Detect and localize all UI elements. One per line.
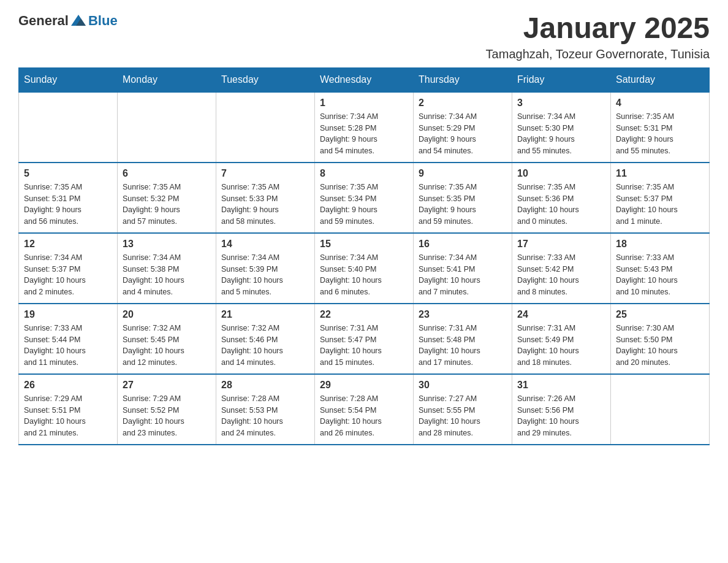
calendar-cell: 17Sunrise: 7:33 AMSunset: 5:42 PMDayligh… <box>512 233 611 304</box>
calendar-cell: 14Sunrise: 7:34 AMSunset: 5:39 PMDayligh… <box>216 233 315 304</box>
day-info: Sunrise: 7:35 AMSunset: 5:31 PMDaylight:… <box>24 182 112 228</box>
title-block: January 2025 Tamaghzah, Tozeur Governora… <box>486 12 710 61</box>
day-number: 15 <box>320 239 408 250</box>
weekday-header-row: SundayMondayTuesdayWednesdayThursdayFrid… <box>19 67 710 92</box>
calendar-cell <box>216 92 315 163</box>
day-info: Sunrise: 7:31 AMSunset: 5:49 PMDaylight:… <box>517 323 605 369</box>
day-number: 30 <box>419 380 507 391</box>
day-info: Sunrise: 7:34 AMSunset: 5:40 PMDaylight:… <box>320 252 408 298</box>
day-info: Sunrise: 7:34 AMSunset: 5:38 PMDaylight:… <box>123 252 211 298</box>
day-number: 21 <box>221 309 309 320</box>
calendar-cell: 26Sunrise: 7:29 AMSunset: 5:51 PMDayligh… <box>19 374 118 445</box>
day-number: 23 <box>419 309 507 320</box>
logo-blue-text: Blue <box>88 13 118 29</box>
location-title: Tamaghzah, Tozeur Governorate, Tunisia <box>486 47 710 61</box>
page-header: General Blue January 2025 Tamaghzah, Toz… <box>18 12 710 61</box>
calendar-cell: 4Sunrise: 7:35 AMSunset: 5:31 PMDaylight… <box>611 92 710 163</box>
calendar-cell: 11Sunrise: 7:35 AMSunset: 5:37 PMDayligh… <box>611 163 710 233</box>
day-number: 5 <box>24 168 112 179</box>
day-info: Sunrise: 7:31 AMSunset: 5:48 PMDaylight:… <box>419 323 507 369</box>
calendar-cell: 30Sunrise: 7:27 AMSunset: 5:55 PMDayligh… <box>414 374 512 445</box>
week-row-3: 12Sunrise: 7:34 AMSunset: 5:37 PMDayligh… <box>19 233 710 304</box>
logo-icon <box>70 12 87 29</box>
calendar-cell: 13Sunrise: 7:34 AMSunset: 5:38 PMDayligh… <box>118 233 216 304</box>
calendar-cell: 27Sunrise: 7:29 AMSunset: 5:52 PMDayligh… <box>118 374 216 445</box>
calendar-cell: 9Sunrise: 7:35 AMSunset: 5:35 PMDaylight… <box>414 163 512 233</box>
day-number: 14 <box>221 239 309 250</box>
day-number: 7 <box>221 168 309 179</box>
day-info: Sunrise: 7:35 AMSunset: 5:37 PMDaylight:… <box>616 182 704 228</box>
calendar-cell: 3Sunrise: 7:34 AMSunset: 5:30 PMDaylight… <box>512 92 611 163</box>
day-number: 28 <box>221 380 309 391</box>
day-info: Sunrise: 7:26 AMSunset: 5:56 PMDaylight:… <box>517 393 605 439</box>
calendar-cell: 25Sunrise: 7:30 AMSunset: 5:50 PMDayligh… <box>611 304 710 374</box>
month-title: January 2025 <box>486 12 710 45</box>
day-number: 27 <box>123 380 211 391</box>
day-number: 13 <box>123 239 211 250</box>
calendar-cell: 24Sunrise: 7:31 AMSunset: 5:49 PMDayligh… <box>512 304 611 374</box>
day-number: 11 <box>616 168 704 179</box>
day-info: Sunrise: 7:34 AMSunset: 5:29 PMDaylight:… <box>419 111 507 157</box>
day-number: 19 <box>24 309 112 320</box>
day-info: Sunrise: 7:33 AMSunset: 5:44 PMDaylight:… <box>24 323 112 369</box>
day-number: 3 <box>517 98 605 109</box>
day-info: Sunrise: 7:29 AMSunset: 5:51 PMDaylight:… <box>24 393 112 439</box>
day-number: 9 <box>419 168 507 179</box>
day-number: 31 <box>517 380 605 391</box>
calendar-cell: 23Sunrise: 7:31 AMSunset: 5:48 PMDayligh… <box>414 304 512 374</box>
weekday-header-thursday: Thursday <box>414 67 512 92</box>
day-number: 29 <box>320 380 408 391</box>
day-info: Sunrise: 7:35 AMSunset: 5:34 PMDaylight:… <box>320 182 408 228</box>
calendar-cell: 16Sunrise: 7:34 AMSunset: 5:41 PMDayligh… <box>414 233 512 304</box>
day-number: 2 <box>419 98 507 109</box>
day-number: 8 <box>320 168 408 179</box>
week-row-5: 26Sunrise: 7:29 AMSunset: 5:51 PMDayligh… <box>19 374 710 445</box>
day-number: 4 <box>616 98 704 109</box>
calendar-cell: 2Sunrise: 7:34 AMSunset: 5:29 PMDaylight… <box>414 92 512 163</box>
day-number: 17 <box>517 239 605 250</box>
calendar-cell: 19Sunrise: 7:33 AMSunset: 5:44 PMDayligh… <box>19 304 118 374</box>
logo: General Blue <box>18 12 118 29</box>
day-info: Sunrise: 7:33 AMSunset: 5:43 PMDaylight:… <box>616 252 704 298</box>
calendar-cell: 28Sunrise: 7:28 AMSunset: 5:53 PMDayligh… <box>216 374 315 445</box>
day-number: 26 <box>24 380 112 391</box>
week-row-1: 1Sunrise: 7:34 AMSunset: 5:28 PMDaylight… <box>19 92 710 163</box>
weekday-header-saturday: Saturday <box>611 67 710 92</box>
calendar-cell: 8Sunrise: 7:35 AMSunset: 5:34 PMDaylight… <box>315 163 414 233</box>
day-number: 25 <box>616 309 704 320</box>
day-number: 16 <box>419 239 507 250</box>
day-info: Sunrise: 7:28 AMSunset: 5:54 PMDaylight:… <box>320 393 408 439</box>
day-info: Sunrise: 7:34 AMSunset: 5:37 PMDaylight:… <box>24 252 112 298</box>
day-info: Sunrise: 7:35 AMSunset: 5:31 PMDaylight:… <box>616 111 704 157</box>
day-info: Sunrise: 7:27 AMSunset: 5:55 PMDaylight:… <box>419 393 507 439</box>
day-info: Sunrise: 7:34 AMSunset: 5:41 PMDaylight:… <box>419 252 507 298</box>
day-number: 1 <box>320 98 408 109</box>
day-info: Sunrise: 7:32 AMSunset: 5:45 PMDaylight:… <box>123 323 211 369</box>
day-info: Sunrise: 7:33 AMSunset: 5:42 PMDaylight:… <box>517 252 605 298</box>
day-info: Sunrise: 7:30 AMSunset: 5:50 PMDaylight:… <box>616 323 704 369</box>
weekday-header-tuesday: Tuesday <box>216 67 315 92</box>
day-info: Sunrise: 7:28 AMSunset: 5:53 PMDaylight:… <box>221 393 309 439</box>
weekday-header-sunday: Sunday <box>19 67 118 92</box>
day-number: 20 <box>123 309 211 320</box>
week-row-2: 5Sunrise: 7:35 AMSunset: 5:31 PMDaylight… <box>19 163 710 233</box>
day-info: Sunrise: 7:35 AMSunset: 5:35 PMDaylight:… <box>419 182 507 228</box>
day-number: 18 <box>616 239 704 250</box>
calendar-cell: 20Sunrise: 7:32 AMSunset: 5:45 PMDayligh… <box>118 304 216 374</box>
calendar-cell: 15Sunrise: 7:34 AMSunset: 5:40 PMDayligh… <box>315 233 414 304</box>
week-row-4: 19Sunrise: 7:33 AMSunset: 5:44 PMDayligh… <box>19 304 710 374</box>
weekday-header-friday: Friday <box>512 67 611 92</box>
day-number: 24 <box>517 309 605 320</box>
day-number: 22 <box>320 309 408 320</box>
day-info: Sunrise: 7:35 AMSunset: 5:36 PMDaylight:… <box>517 182 605 228</box>
calendar-cell <box>118 92 216 163</box>
day-number: 6 <box>123 168 211 179</box>
calendar-cell: 7Sunrise: 7:35 AMSunset: 5:33 PMDaylight… <box>216 163 315 233</box>
logo-general-text: General <box>18 13 69 29</box>
calendar-cell <box>19 92 118 163</box>
day-info: Sunrise: 7:29 AMSunset: 5:52 PMDaylight:… <box>123 393 211 439</box>
calendar-cell: 5Sunrise: 7:35 AMSunset: 5:31 PMDaylight… <box>19 163 118 233</box>
day-info: Sunrise: 7:35 AMSunset: 5:32 PMDaylight:… <box>123 182 211 228</box>
day-number: 10 <box>517 168 605 179</box>
calendar-cell: 29Sunrise: 7:28 AMSunset: 5:54 PMDayligh… <box>315 374 414 445</box>
